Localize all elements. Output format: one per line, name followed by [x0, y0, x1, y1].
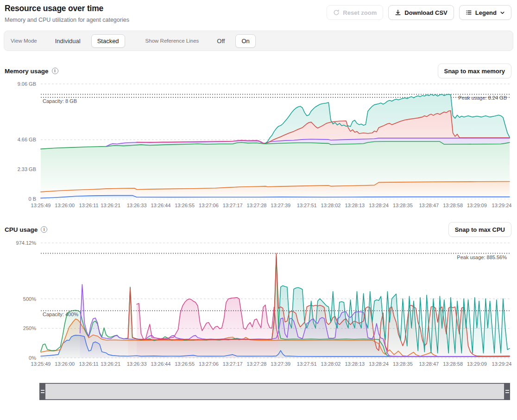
svg-text:13:26:55: 13:26:55: [175, 361, 195, 367]
view-mode-individual[interactable]: Individual: [49, 34, 87, 48]
svg-text:13:28:24: 13:28:24: [369, 203, 389, 208]
cpu-usage-chart[interactable]: 974.12%500%250%0%Capacity: 400%Peak usag…: [0, 237, 517, 372]
svg-text:13:27:28: 13:27:28: [247, 203, 267, 208]
svg-text:13:28:58: 13:28:58: [443, 203, 463, 208]
svg-text:13:27:28: 13:27:28: [247, 361, 267, 367]
svg-text:13:28:02: 13:28:02: [321, 361, 341, 367]
dashboard-page: Resource usage over time Memory and CPU …: [0, 0, 517, 400]
svg-text:13:26:33: 13:26:33: [127, 361, 147, 367]
svg-text:0 B: 0 B: [28, 196, 36, 202]
svg-text:2.33 GB: 2.33 GB: [18, 166, 36, 172]
legend-button[interactable]: Legend: [459, 5, 511, 20]
svg-text:13:27:06: 13:27:06: [199, 361, 219, 367]
svg-text:13:26:21: 13:26:21: [101, 203, 120, 208]
svg-text:13:26:55: 13:26:55: [175, 203, 195, 208]
svg-text:13:27:51: 13:27:51: [297, 361, 317, 367]
svg-text:974.12%: 974.12%: [16, 240, 37, 246]
reference-lines-off[interactable]: Off: [211, 34, 231, 48]
svg-text:13:25:49: 13:25:49: [31, 361, 51, 367]
info-icon[interactable]: i: [52, 68, 58, 74]
svg-text:Peak usage: 8.24 GB: Peak usage: 8.24 GB: [458, 95, 507, 101]
list-icon: [466, 9, 472, 16]
svg-text:13:29:09: 13:29:09: [467, 203, 487, 208]
cpu-section-head: CPU usage i Snap to max CPU: [5, 222, 511, 237]
svg-text:13:28:58: 13:28:58: [443, 361, 463, 367]
svg-text:13:28:47: 13:28:47: [419, 203, 439, 208]
svg-text:Peak usage: 885.56%: Peak usage: 885.56%: [457, 255, 507, 260]
svg-text:13:26:44: 13:26:44: [151, 203, 170, 208]
svg-text:13:27:51: 13:27:51: [297, 203, 317, 208]
reset-zoom-button[interactable]: Reset zoom: [327, 5, 383, 20]
svg-text:13:29:09: 13:29:09: [467, 361, 487, 367]
memory-section-head: Memory usage i Snap to max memory: [5, 63, 511, 79]
svg-text:13:27:17: 13:27:17: [223, 203, 243, 208]
svg-text:13:27:06: 13:27:06: [199, 203, 219, 208]
svg-text:13:26:00: 13:26:00: [55, 361, 75, 367]
download-icon: [395, 9, 401, 16]
svg-text:13:26:11: 13:26:11: [79, 203, 99, 208]
svg-text:13:26:00: 13:26:00: [55, 203, 75, 208]
svg-text:13:27:39: 13:27:39: [271, 203, 290, 208]
svg-text:13:26:33: 13:26:33: [127, 203, 147, 208]
cpu-section-title: CPU usage: [5, 226, 38, 233]
svg-text:Capacity: 8 GB: Capacity: 8 GB: [43, 98, 77, 104]
info-icon[interactable]: i: [41, 226, 47, 233]
svg-text:13:26:44: 13:26:44: [151, 361, 170, 367]
svg-text:4.66 GB: 4.66 GB: [18, 137, 36, 142]
time-range-brush[interactable]: [39, 383, 510, 400]
snap-to-max-memory-button[interactable]: Snap to max memory: [438, 64, 512, 78]
chart-controls-bar: View Mode Individual Stacked Show Refere…: [4, 31, 513, 51]
svg-text:13:26:11: 13:26:11: [79, 361, 99, 367]
memory-section-title: Memory usage: [5, 68, 49, 75]
svg-text:13:29:24: 13:29:24: [492, 203, 512, 208]
svg-text:13:28:13: 13:28:13: [345, 203, 365, 208]
download-csv-button[interactable]: Download CSV: [388, 5, 454, 20]
svg-text:13:28:13: 13:28:13: [345, 361, 365, 367]
header-text: Resource usage over time Memory and CPU …: [5, 4, 129, 23]
svg-text:250%: 250%: [23, 325, 36, 331]
snap-to-max-cpu-button[interactable]: Snap to max CPU: [448, 222, 511, 237]
view-mode-stacked[interactable]: Stacked: [91, 34, 125, 48]
page-title: Resource usage over time: [5, 4, 129, 13]
reference-lines-on[interactable]: On: [235, 34, 255, 48]
reset-zoom-label: Reset zoom: [343, 9, 377, 16]
download-csv-label: Download CSV: [404, 9, 447, 16]
svg-text:13:28:24: 13:28:24: [369, 361, 389, 367]
header-actions: Reset zoom Download CSV Legend: [327, 4, 511, 20]
svg-text:13:28:47: 13:28:47: [419, 361, 439, 367]
memory-usage-chart[interactable]: 9.06 GB4.66 GB2.33 GB0 BCapacity: 8 GBPe…: [0, 79, 517, 213]
svg-text:13:27:17: 13:27:17: [223, 361, 243, 367]
svg-text:Capacity: 400%: Capacity: 400%: [43, 312, 78, 317]
page-subtitle: Memory and CPU utilization for agent cat…: [5, 17, 129, 23]
svg-text:13:27:39: 13:27:39: [271, 361, 290, 367]
brush-handle-right[interactable]: [504, 383, 510, 400]
svg-text:0%: 0%: [29, 355, 36, 361]
svg-text:13:28:35: 13:28:35: [393, 361, 413, 367]
view-mode-label: View Mode: [11, 38, 37, 44]
svg-text:13:29:24: 13:29:24: [492, 361, 512, 367]
svg-text:9.06 GB: 9.06 GB: [18, 81, 36, 87]
page-header: Resource usage over time Memory and CPU …: [0, 0, 517, 23]
svg-text:13:26:21: 13:26:21: [101, 361, 120, 367]
legend-label: Legend: [475, 9, 497, 16]
chevron-down-icon: [500, 10, 505, 15]
brush-handle-left[interactable]: [39, 383, 45, 400]
reference-lines-label: Show Reference Lines: [145, 38, 199, 44]
refresh-icon: [333, 9, 340, 16]
svg-text:13:25:49: 13:25:49: [31, 203, 51, 208]
svg-text:500%: 500%: [23, 296, 36, 302]
svg-text:13:28:02: 13:28:02: [321, 203, 341, 208]
svg-text:13:28:35: 13:28:35: [393, 203, 413, 208]
